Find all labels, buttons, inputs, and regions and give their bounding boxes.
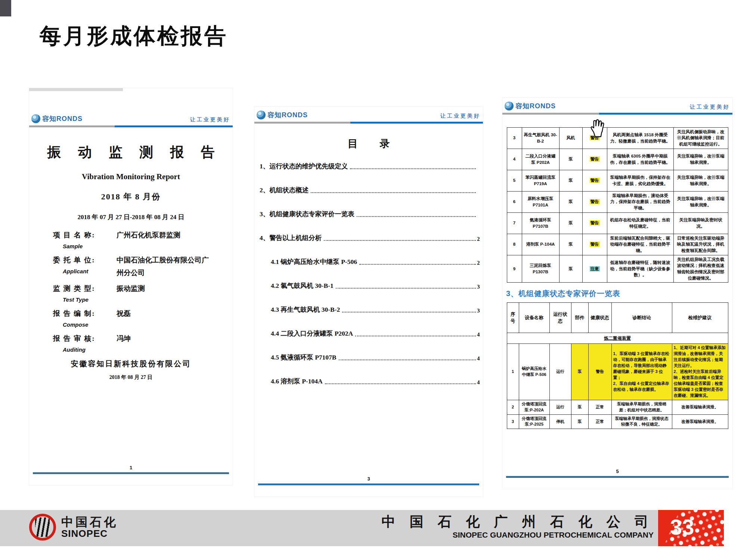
equipment-name: 二段入口分液罐泵 P202A — [522, 149, 559, 170]
dot-leader — [359, 264, 476, 265]
field-label: 报 告 编 制: — [53, 309, 117, 318]
status-cell: 警告 — [582, 149, 607, 170]
toc-entry: 2、机组状态概述 — [260, 186, 480, 195]
status-cell: 警告 — [582, 191, 607, 212]
row-number: 8 — [507, 234, 522, 255]
toc-entry-page: 2 — [477, 236, 480, 242]
slide-page-number: 33 — [670, 514, 694, 539]
table-header-row: 序号 设备名称 运行状态 部件 健康状态 诊断结论 检维护建议 — [507, 303, 728, 333]
sinopec-logo-en: SINOPEC — [61, 529, 118, 538]
table-row: 3 再生气鼓风机 30-B-2 风机 警告 风机两测点轴承 1518 外圈受力、… — [507, 127, 728, 149]
field-value2: 州分公司 — [117, 268, 145, 278]
slide: 每月形成体检报告 容知RONDS 让工业更美好 振 动 监 测 报 告 Vibr… — [0, 0, 747, 560]
field-applicant: 委 托 单 位:中国石油化工股份有限公司广 Applicant州分公司 — [53, 255, 233, 278]
table-row: 3 分馏塔顶回流泵:P-2025 停机 泵 正常 泵端轴承早期损伤，润滑状态轻微… — [507, 414, 728, 429]
toc-entry-page: 4 — [477, 379, 480, 386]
row-number: 6 — [507, 191, 522, 212]
status-badge: 警告 — [590, 178, 600, 183]
component: 泵 — [571, 400, 588, 414]
ronds-logo-icon — [505, 102, 514, 111]
toc-entry-page: 3 — [477, 308, 480, 314]
field-sublabel: Test Type — [53, 296, 117, 303]
field-value: 冯坤 — [117, 334, 131, 343]
field-test-type: 监 测 类 型:振动监测 Test Type — [53, 284, 233, 303]
footer-rule — [33, 472, 229, 474]
evaluation-page: 容知RONDS 让工业更美好 3 再生气鼓风机 30-B-2 风机 警告 — [502, 98, 732, 489]
footer-company-en: SINOPEC GUANGZHOU PETROCHEMICAL COMPANY — [381, 531, 654, 539]
toc-title: 目 录 — [254, 137, 483, 150]
toc-entry-text: 2、机组状态概述 — [260, 186, 309, 195]
maintenance-advice: 关注风机侧振动异响，改善风机侧轴承润滑；目前机组可继续监控运行。 — [673, 127, 728, 149]
table-row: 6 原料水增压泵 P7101A 泵 警告 泵端轴承早期损伤，滚动体受力，保持架存… — [507, 191, 728, 212]
equipment-name: 苯闪蒸罐回流泵 P719A — [522, 170, 559, 191]
page-footer: 1 — [33, 464, 229, 474]
maintenance-advice: 1、近期可对 4 位置轴承添加润滑油，改善轴承润滑，关注后续振动变化情况；短期关… — [672, 344, 728, 400]
field-label: 项 目 名 称: — [53, 230, 117, 240]
toc-entry-text: 4.3 再生气鼓风机 30-B-2 — [271, 305, 340, 314]
table-row: 2 分馏塔顶回流泵:P-202A 运行 泵 正常 泵端轴承早期损伤，润滑稍差；机… — [507, 400, 728, 414]
unit-status-table: 3 再生气鼓风机 30-B-2 风机 警告 风机两测点轴承 1518 外圈受力、… — [507, 127, 728, 283]
cover-fields: 项 目 名 称:广州石化机泵群监测 Sample 委 托 单 位:中国石油化工股… — [53, 230, 233, 353]
status-badge: 正常 — [588, 414, 611, 429]
dot-leader — [325, 383, 476, 384]
row-number: 1 — [507, 344, 519, 400]
diagnosis: 泵端轴承早期损伤，保持架存在卡涩、磨损，劣化趋势缓慢。 — [607, 170, 673, 191]
ronds-logo-icon — [31, 114, 40, 123]
component: 泵 — [559, 255, 582, 283]
unit-group-label: 炼二重催装置 — [507, 333, 728, 344]
toc-entry: 4.4 二段入口分液罐泵 P202A4 — [260, 329, 480, 338]
equipment-name: 溶剂泵 P-104A — [522, 234, 559, 255]
toc-entry: 3、机组健康状态专家评价一览表 — [260, 209, 480, 218]
status-cell: 警告 — [582, 170, 607, 191]
toc-entry: 4.1 锅炉高压给水中继泵 P-5062 — [260, 257, 480, 266]
dot-leader — [311, 192, 476, 193]
diagnosis: 低速轴存在磨碰特征，随转速波动，当前趋势平稳（缺少设备参数）。 — [607, 255, 673, 283]
field-value: 振动监测 — [117, 284, 145, 293]
toc-entry: 1、运行状态的维护优先级定义 — [260, 162, 480, 171]
doc-header: 容知RONDS 让工业更美好 — [254, 111, 483, 119]
page-footer: 5 — [506, 468, 729, 478]
status-badge: 正常 — [588, 400, 611, 414]
brand-slogan: 让工业更美好 — [690, 104, 730, 111]
dot-leader — [336, 288, 476, 289]
toc-entry: 4、警告以上机组分析2 — [260, 233, 480, 242]
status-cell: 警告 — [582, 212, 607, 234]
field-label: 委 托 单 位: — [53, 255, 117, 265]
header-rule — [502, 113, 732, 115]
row-number: 5 — [507, 170, 522, 191]
section-title: 3、机组健康状态专家评价一览表 — [506, 289, 729, 299]
toc-page: 容知RONDS 让工业更美好 目 录 1、运行状态的维护优先级定义 2、机组状态… — [254, 107, 483, 497]
status-badge: 警告 — [590, 220, 600, 225]
col-header-diagnosis: 诊断结论 — [611, 303, 672, 333]
field-auditing: 报 告 审 核:冯坤 Auditing — [53, 334, 233, 353]
diagnosis: 机组存在松动及磨碰特征，当前特征稳定。 — [607, 212, 673, 234]
equipment-name: 锅炉高压给水中继泵 P-506 — [519, 344, 549, 400]
dot-leader — [357, 216, 476, 217]
row-number: 2 — [507, 400, 519, 414]
status-cell: 注意 — [582, 255, 607, 283]
page-number: 1 — [130, 465, 132, 470]
maintenance-advice: 日常巡检关注泵驱动端异响及轴瓦温升状况，择机检查轴瓦配合间隙。 — [673, 234, 728, 255]
ronds-brand: 容知RONDS — [31, 114, 83, 123]
table-row: 8 溶剂泵 P-104A 泵 警告 泵前后端轴瓦配合间隙稍大，驱动端存在磨碰特征… — [507, 234, 728, 255]
maintenance-advice: 关注泵端异响，改善泵端轴承润滑。 — [673, 170, 728, 191]
status-cell[interactable]: 警告 — [582, 127, 607, 149]
field-project-name: 项 目 名 称:广州石化机泵群监测 Sample — [53, 230, 233, 249]
col-header-component: 部件 — [571, 303, 588, 333]
field-compose: 报 告 编 制:祝磊 Compose — [53, 309, 233, 328]
page-number: 3 — [367, 476, 370, 482]
dot-leader — [342, 312, 476, 312]
report-title: 振 动 监 测 报 告 — [29, 143, 233, 162]
toc-entry-text: 1、运行状态的维护优先级定义 — [260, 162, 348, 171]
table-row: 1 锅炉高压给水中继泵 P-506 运行 泵 警告 1、泵驱动端 3 位置轴承存… — [507, 344, 728, 400]
diagnosis: 泵前后端轴瓦配合间隙稍大，驱动端存在磨碰特征，当前趋势平稳。 — [607, 234, 673, 255]
doc-header: 容知RONDS 让工业更美好 — [29, 114, 233, 123]
table-row: 7 氨液循环泵 P7107B 泵 警告 机组存在松动及磨碰特征，当前特征稳定。 … — [507, 212, 728, 234]
ronds-logo-icon — [257, 111, 266, 119]
ronds-logo-text: 容知RONDS — [515, 102, 556, 111]
toc-entry: 4.3 再生气鼓风机 30-B-23 — [260, 305, 480, 314]
slide-title: 每月形成体检报告 — [40, 22, 228, 51]
col-header-advice: 检维护建议 — [672, 303, 728, 333]
report-date-range: 2018 年 07 月 27 日-2018 年 08 月 24 日 — [29, 213, 233, 221]
header-rule — [29, 125, 233, 127]
